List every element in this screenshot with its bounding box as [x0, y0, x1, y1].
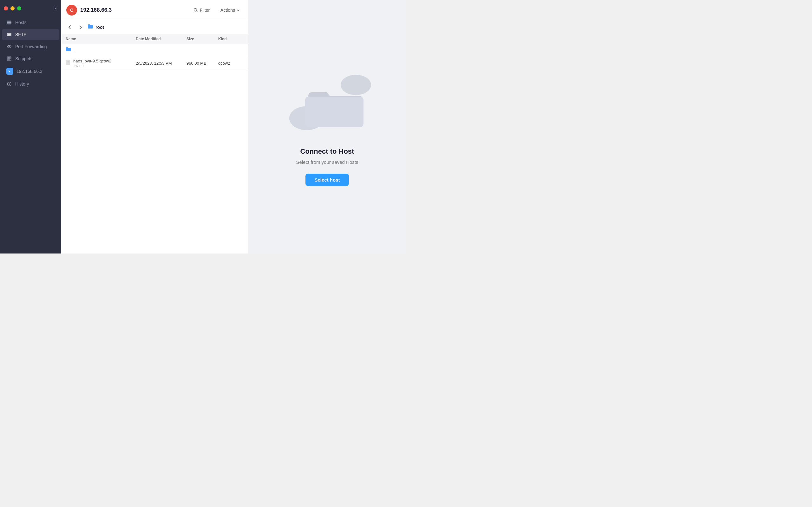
search-icon — [194, 8, 198, 12]
chevron-down-icon — [237, 9, 240, 12]
sftp-actions: Filter Actions — [191, 6, 243, 14]
folder-illustration-svg — [289, 67, 372, 134]
folder-row-icon — [66, 47, 71, 53]
file-date: 2/5/2023, 12:53 PM — [136, 61, 187, 66]
connect-panel: Connect to Host Select from your saved H… — [248, 0, 406, 253]
terminal-icon: ⊡ — [53, 5, 57, 11]
svg-rect-0 — [7, 20, 11, 21]
file-kind: qcow2 — [218, 61, 244, 66]
sidebar-item-hosts[interactable]: Hosts — [2, 17, 59, 28]
connect-subtitle: Select from your saved Hosts — [296, 159, 358, 165]
sidebar: ⊡ Hosts SFTP — [0, 0, 61, 253]
forward-button[interactable] — [77, 23, 85, 32]
select-host-button[interactable]: Select host — [305, 174, 349, 186]
sftp-panel: C 192.168.66.3 Filter Actions — [61, 0, 248, 253]
minimize-button[interactable] — [10, 6, 14, 10]
port-forwarding-icon — [6, 44, 12, 49]
svg-point-4 — [9, 46, 10, 47]
file-name-text: haos_ova-9.5.qcow2 — [73, 59, 111, 63]
sidebar-item-terminal[interactable]: >_ 192.168.66.3 — [2, 65, 59, 78]
col-size: Size — [187, 37, 218, 41]
sidebar-item-history-label: History — [15, 81, 29, 87]
svg-rect-1 — [7, 22, 11, 23]
folder-icon — [87, 23, 94, 31]
sidebar-item-sftp[interactable]: SFTP — [2, 29, 59, 40]
snippets-icon — [6, 56, 12, 61]
sidebar-item-history[interactable]: History — [2, 78, 59, 90]
table-header: Name Date Modified Size Kind — [61, 34, 248, 44]
svg-rect-3 — [7, 33, 11, 36]
sidebar-item-port-forwarding[interactable]: Port Forwarding — [2, 41, 59, 52]
table-row[interactable]: haos_ova-9.5.qcow2 -rw-r--r-- 2/5/2023, … — [61, 56, 248, 70]
filter-button[interactable]: Filter — [191, 6, 212, 14]
close-button[interactable] — [4, 6, 8, 10]
svg-rect-7 — [66, 60, 70, 65]
file-svg — [66, 60, 71, 65]
file-permissions: -rw-r--r-- — [73, 64, 111, 67]
back-button[interactable] — [66, 23, 74, 32]
col-date-modified: Date Modified — [136, 37, 187, 41]
file-name-cell: .. — [66, 47, 136, 53]
sidebar-item-terminal-label: 192.168.66.3 — [16, 69, 43, 74]
connect-content: Connect to Host Select from your saved H… — [289, 67, 365, 186]
app-window: ⊡ Hosts SFTP — [0, 0, 406, 253]
table-row[interactable]: .. — [61, 44, 248, 56]
connect-title: Connect to Host — [300, 147, 354, 156]
file-name-cell: haos_ova-9.5.qcow2 -rw-r--r-- — [66, 59, 136, 67]
file-table: Name Date Modified Size Kind .. — [61, 34, 248, 253]
traffic-lights — [4, 6, 21, 10]
sidebar-top: ⊡ — [0, 3, 61, 16]
terminal-badge: >_ — [6, 68, 13, 75]
sidebar-item-hosts-label: Hosts — [15, 20, 27, 25]
hosts-icon — [6, 20, 12, 25]
sidebar-item-snippets[interactable]: Snippets — [2, 53, 59, 64]
host-name: 192.168.66.3 — [80, 7, 112, 13]
file-size: 960.00 MB — [187, 61, 218, 66]
folder-illustration — [289, 67, 365, 131]
folder-icon — [66, 47, 71, 52]
maximize-button[interactable] — [17, 6, 21, 10]
sftp-host-info: C 192.168.66.3 — [66, 5, 112, 15]
breadcrumb: root — [87, 23, 104, 31]
back-arrow-icon — [67, 25, 72, 30]
host-avatar: C — [66, 5, 77, 15]
forward-arrow-icon — [78, 25, 83, 30]
folder-svg — [87, 23, 94, 29]
sftp-header: C 192.168.66.3 Filter Actions — [61, 0, 248, 20]
sftp-icon — [6, 32, 12, 38]
sidebar-item-sftp-label: SFTP — [15, 32, 27, 37]
actions-button[interactable]: Actions — [217, 6, 243, 14]
history-icon — [6, 81, 12, 87]
main-content: C 192.168.66.3 Filter Actions — [61, 0, 406, 253]
file-name-text: .. — [74, 48, 76, 52]
document-icon — [66, 60, 71, 66]
svg-rect-2 — [7, 23, 11, 24]
col-name: Name — [66, 37, 136, 41]
sidebar-item-port-forwarding-label: Port Forwarding — [15, 44, 47, 49]
sidebar-item-snippets-label: Snippets — [15, 56, 32, 61]
breadcrumb-bar: root — [61, 20, 248, 34]
svg-point-9 — [341, 75, 371, 95]
col-kind: Kind — [218, 37, 244, 41]
